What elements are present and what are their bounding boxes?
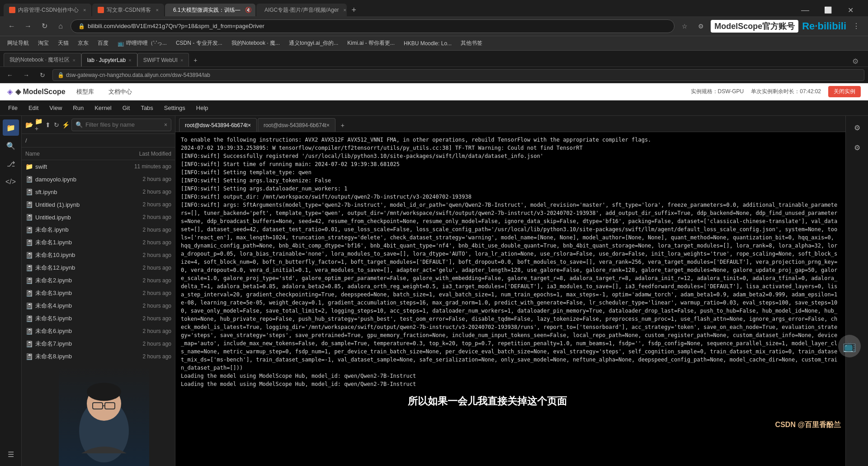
menu-git[interactable]: Git — [118, 103, 135, 113]
address-bar[interactable]: 🔒 bilibili.com/video/BV1Em421g7Qn/?p=18&… — [71, 19, 675, 33]
minimize-button[interactable]: — — [795, 4, 816, 16]
bookmark-4[interactable]: 京东 — [74, 38, 92, 48]
inner-forward-button[interactable]: → — [20, 69, 33, 81]
notebook-icon-6: 📓 — [25, 252, 33, 259]
inner-tab-2-close[interactable]: × — [128, 57, 131, 63]
inner-url-text[interactable]: 🔒 dsw-gateway-cn-hangzhou.data.aliyun.co… — [52, 69, 864, 81]
file-item-swift[interactable]: 📁 swift 11 minutes ago — [22, 160, 175, 173]
browser-tab-3[interactable]: 6.1大模型微调实践：训练— 🔇 × — [165, 4, 255, 16]
bookmark-5[interactable]: 百度 — [94, 38, 112, 48]
bookmark-9[interactable]: 通义tongyi.ai_你的... — [285, 38, 342, 48]
right-settings-icon[interactable]: ⚙ — [849, 119, 865, 136]
browser-tab-2[interactable]: 写文章-CSDN博客 × — [92, 4, 164, 16]
open-folder-button[interactable]: 📂 — [25, 119, 33, 131]
forward-button[interactable]: → — [22, 20, 34, 33]
terminal-output[interactable]: To enable the following instructions: AV… — [175, 132, 845, 466]
inner-settings-icon[interactable]: ⚙ — [850, 56, 861, 67]
bookmark-star-button[interactable]: ☆ — [678, 20, 691, 33]
menu-edit[interactable]: Edit — [24, 103, 43, 113]
file-item-5[interactable]: 📓 未命名1.ipynb 2 hours ago — [22, 236, 175, 249]
bilibili-tv-icon[interactable]: 📺 — [838, 335, 861, 357]
modelscope-model-lib[interactable]: 模型库 — [73, 86, 98, 98]
maximize-button[interactable]: ⬜ — [817, 4, 838, 16]
tab4-close[interactable]: × — [344, 7, 346, 13]
file-item-2[interactable]: 📓 Untitled (1).ipynb 2 hours ago — [22, 198, 175, 211]
file-item-7[interactable]: 📓 未命名12.ipynb 2 hours ago — [22, 262, 175, 274]
modelscope-docs[interactable]: 文档中心 — [105, 86, 136, 98]
inner-tab-1-close[interactable]: × — [72, 57, 75, 63]
bookmark-11[interactable]: HKBU Moodle: Lo... — [400, 39, 455, 48]
menu-help[interactable]: Help — [192, 103, 213, 113]
inner-tab-3-close[interactable]: × — [180, 57, 183, 63]
bookmark-9-label: 通义tongyi.ai_你的... — [289, 39, 338, 47]
filter-button[interactable]: ⚡ — [62, 119, 70, 131]
back-button[interactable]: ← — [5, 20, 18, 33]
file-item-8[interactable]: 📓 未命名2.ipynb 2 hours ago — [22, 274, 175, 287]
tab3-mute-icon[interactable]: 🔇 — [245, 7, 252, 13]
file-item-3[interactable]: 📓 Untitled.ipynb 2 hours ago — [22, 211, 175, 223]
bookmark-1[interactable]: 网址导航 — [4, 38, 33, 48]
close-button[interactable]: ✕ — [840, 4, 861, 16]
file-name-0: damoyolo.ipynb — [35, 176, 114, 183]
sidebar-bottom-button[interactable]: ☰ — [3, 446, 19, 462]
breadcrumb-text: / — [25, 137, 27, 144]
inner-tab-2[interactable]: lab · JupyterLab × — [81, 53, 137, 67]
terminal-tab-1[interactable]: root@dsw-543894-6b674t× — [179, 118, 257, 132]
inner-reload-button[interactable]: ↻ — [36, 69, 49, 81]
file-item-13[interactable]: 📓 未命名7.ipynb 2 hours ago — [22, 338, 175, 350]
file-item-6[interactable]: 📓 未命名10.ipynb 2 hours ago — [22, 249, 175, 262]
extension-button[interactable]: ⚙ — [694, 20, 707, 33]
sidebar-git-button[interactable]: ⎇ — [3, 156, 19, 172]
new-folder-button[interactable]: 📁+ — [35, 119, 42, 131]
file-item-9[interactable]: 📓 未命名3.ipynb 2 hours ago — [22, 287, 175, 300]
reload-button[interactable]: ↻ — [38, 20, 51, 33]
bookmark-2[interactable]: 淘宝 — [34, 38, 52, 48]
inner-tab-1[interactable]: 我的Notebook · 魔塔社区 × — [4, 53, 81, 67]
sidebar-code-button[interactable]: </> — [3, 174, 19, 190]
notebook-icon-0: 📓 — [25, 176, 33, 183]
right-gear-icon[interactable]: ⚙ — [849, 139, 865, 156]
file-item-0[interactable]: 📓 damoyolo.ipynb 2 hours ago — [22, 173, 175, 185]
tab1-close[interactable]: × — [83, 7, 86, 13]
file-item-1[interactable]: 📓 sft.ipynb 2 hours ago — [22, 185, 175, 198]
inner-tab-3[interactable]: SWiFT WebUI × — [137, 53, 189, 67]
sidebar-search-button[interactable]: 🔍 — [3, 138, 19, 154]
inner-back-button[interactable]: ← — [4, 69, 16, 81]
menu-settings[interactable]: Settings — [160, 103, 190, 113]
bookmark-3[interactable]: 天猫 — [54, 38, 72, 48]
notebook-icon-12: 📓 — [25, 328, 33, 335]
menu-tabs[interactable]: Tabs — [136, 103, 157, 113]
search-clear-icon[interactable]: × — [164, 122, 167, 128]
new-tab-button[interactable]: + — [348, 4, 360, 16]
bookmark-6[interactable]: 📺 哔哩哔哩（'·'っ... — [114, 38, 170, 48]
bookmark-8[interactable]: 我的Notebook · 魔... — [228, 38, 283, 48]
menu-view[interactable]: View — [45, 103, 66, 113]
bookmark-7[interactable]: CSDN - 专业开发... — [172, 38, 226, 48]
file-item-11[interactable]: 📓 未命名5.ipynb 2 hours ago — [22, 312, 175, 325]
file-item-12[interactable]: 📓 未命名6.ipynb 2 hours ago — [22, 325, 175, 338]
menu-kernel[interactable]: Kernel — [90, 103, 116, 113]
close-instance-button[interactable]: 关闭实例 — [828, 86, 861, 97]
inner-tab-bar: 我的Notebook · 魔塔社区 × lab · JupyterLab × S… — [0, 51, 868, 67]
browser-menu-button[interactable]: ⋮ — [850, 20, 863, 33]
refresh-button[interactable]: ↻ — [53, 119, 60, 131]
file-search-input[interactable] — [85, 121, 161, 128]
file-item-4[interactable]: 📓 未命名.ipynb 2 hours ago — [22, 223, 175, 236]
bookmark-other-label: 其他书签 — [461, 39, 482, 47]
security-lock-icon: 🔒 — [78, 23, 85, 29]
bookmark-10[interactable]: Kimi.ai - 帮你看更... — [344, 38, 398, 48]
file-item-10[interactable]: 📓 未命名4.ipynb 2 hours ago — [22, 300, 175, 312]
menu-run[interactable]: Run — [68, 103, 88, 113]
file-item-14[interactable]: 📓 未命名8.ipynb 2 hours ago — [22, 350, 175, 363]
sidebar-files-button[interactable]: 📁 — [3, 119, 19, 136]
menu-file[interactable]: File — [4, 103, 22, 113]
home-button[interactable]: ⌂ — [54, 20, 67, 33]
upload-button[interactable]: ⬆ — [44, 119, 51, 131]
tab2-close[interactable]: × — [156, 7, 158, 13]
bookmark-other[interactable]: 其他书签 — [457, 38, 486, 48]
browser-tab-4[interactable]: AIGC专题-图片/声音/视频/Ager × — [256, 4, 347, 16]
browser-tab-1[interactable]: 内容管理-CSDN创作中心 × — [4, 4, 91, 16]
inner-new-tab-button[interactable]: + — [189, 54, 202, 67]
new-terminal-tab-button[interactable]: + — [336, 119, 349, 132]
terminal-tab-2[interactable]: root@dsw-543894-6b674t× — [258, 118, 335, 132]
